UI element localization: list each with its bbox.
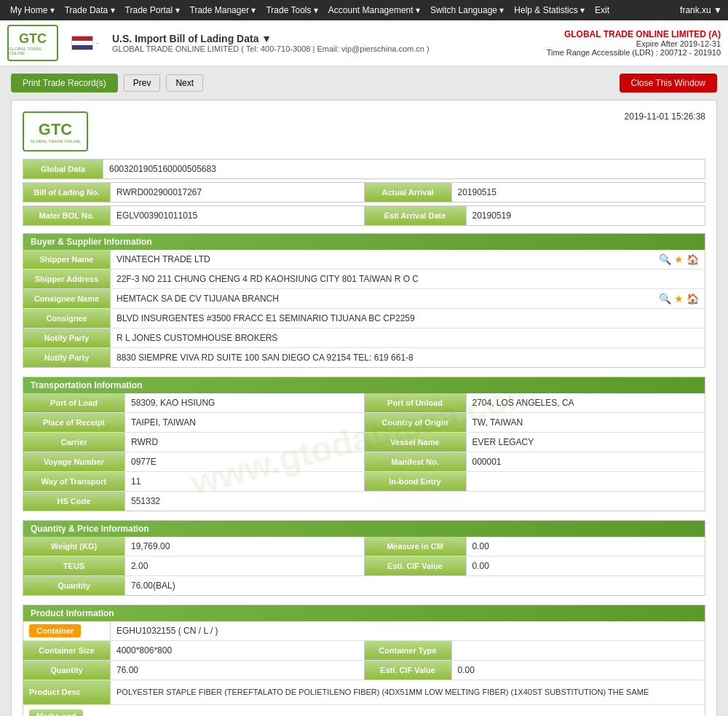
transport-label: Way of Transport bbox=[23, 472, 125, 491]
teus-label: TEUS bbox=[23, 556, 125, 575]
nav-tradeportal[interactable]: Trade Portal ▾ bbox=[121, 2, 184, 18]
weight-value: 19,769.00 bbox=[125, 537, 364, 556]
nav-tradedata[interactable]: Trade Data ▾ bbox=[60, 2, 119, 18]
country-origin-value: TW, TAIWAN bbox=[467, 413, 705, 432]
product-section: Product Information Container EGHU103215… bbox=[23, 605, 705, 716]
top-navigation: My Home ▾ Trade Data ▾ Trade Portal ▾ Tr… bbox=[0, 0, 728, 20]
flag-separator: - bbox=[96, 38, 99, 48]
qty2-row: Quantity 76.00 Esti. CIF Value 0.00 bbox=[23, 661, 705, 680]
shipper-name-value: VINATECH TRADE LTD 🔍 ★ 🏠 bbox=[111, 250, 705, 269]
global-data-row: Global Data 6003201905160000505683 bbox=[23, 159, 705, 179]
carrier-label: Carrier bbox=[23, 433, 125, 452]
consignee-name-row: Consignee Name HEMTACK SA DE CV TIJUANA … bbox=[23, 289, 705, 309]
container-row: Container EGHU1032155 ( CN / L / ) bbox=[23, 621, 705, 641]
qty-row: Quantity 76.00(BAL) bbox=[23, 576, 705, 595]
doc-logo-sub: GLOBAL TRADE ONLINE bbox=[30, 139, 81, 143]
consignee-name-label: Consignee Name bbox=[23, 289, 111, 308]
container-size-row: Container Size 4000*806*800 Container Ty… bbox=[23, 641, 705, 661]
nav-exit[interactable]: Exit bbox=[590, 2, 614, 18]
transport-half: Way of Transport 11 bbox=[23, 472, 365, 491]
port-unload-half: Port of Unload 2704, LOS ANGELES, CA bbox=[365, 393, 705, 412]
qty-section-header: Quantity & Price Information bbox=[23, 521, 705, 537]
close-button-top[interactable]: Close This Window bbox=[620, 74, 717, 93]
container-type-label: Container Type bbox=[365, 641, 452, 660]
inbond-half: In-bond Entry bbox=[365, 472, 705, 491]
transport-section-header: Transportation Information bbox=[23, 377, 705, 393]
teus-value: 2.00 bbox=[125, 556, 364, 575]
qty2-label: Quantity bbox=[23, 661, 111, 680]
print-button-top[interactable]: Print Trade Record(s) bbox=[11, 74, 118, 93]
consignee-star-icon[interactable]: ★ bbox=[674, 293, 684, 304]
actual-arrival-value: 20190515 bbox=[452, 183, 705, 202]
site-title[interactable]: U.S. Import Bill of Lading Data ▼ bbox=[112, 33, 430, 44]
bol-label: Bill of Lading No. bbox=[23, 183, 111, 202]
esti-arrival-half: Esti Arrival Date 20190519 bbox=[365, 206, 705, 225]
prev-button-top[interactable]: Prev bbox=[124, 74, 161, 92]
country-origin-half: Country of Origin TW, TAIWAN bbox=[365, 413, 705, 432]
transport-value: 11 bbox=[125, 472, 364, 491]
flag-area: - bbox=[71, 36, 99, 50]
place-receipt-label: Place of Receipt bbox=[23, 413, 125, 432]
vessel-value: EVER LEGACY bbox=[467, 433, 705, 452]
product-desc-value: POLYESTER STAPLE FIBER (TEREFTALATO DE P… bbox=[111, 680, 705, 704]
next-button-top[interactable]: Next bbox=[166, 74, 203, 92]
username[interactable]: frank.xu ▼ bbox=[680, 5, 722, 15]
container-size-value: 4000*806*800 bbox=[111, 641, 364, 660]
manifest-half: Manifest No. 000001 bbox=[365, 452, 705, 471]
nav-help[interactable]: Help & Statistics ▾ bbox=[510, 2, 589, 18]
qty-value: 76.00(BAL) bbox=[125, 576, 705, 595]
shipper-addr-value: 22F-3 NO 211 CHUNG CHENG 4 RD KAOHSIUNG … bbox=[111, 270, 705, 288]
shipper-search-icon[interactable]: 🔍 bbox=[659, 253, 671, 265]
buyer-section: Buyer & Supplier Information Shipper Nam… bbox=[23, 233, 705, 368]
top-print-bar: Print Trade Record(s) Prev Next Close Th… bbox=[11, 74, 717, 93]
qty-section: Quantity & Price Information Weight (KG)… bbox=[23, 520, 705, 596]
consignee-search-icon[interactable]: 🔍 bbox=[659, 293, 671, 304]
measure-half: Measure in CM 0.00 bbox=[365, 537, 705, 556]
buyer-section-header: Buyer & Supplier Information bbox=[23, 234, 705, 250]
esti-arrival-value: 20190519 bbox=[467, 206, 705, 225]
carrier-value: RWRD bbox=[125, 433, 364, 452]
port-row: Port of Load 58309, KAO HSIUNG Port of U… bbox=[23, 393, 705, 413]
weight-half: Weight (KG) 19,769.00 bbox=[23, 537, 365, 556]
bol-value: RWRD002900017267 bbox=[111, 183, 364, 202]
container-type-value bbox=[452, 641, 705, 660]
logo-area: GTC GLOBAL TRADE ONLINE - U.S. Import Bi… bbox=[7, 25, 430, 61]
place-receipt-value: TAIPEI, TAIWAN bbox=[125, 413, 364, 432]
header-right: GLOBAL TRADE ONLINE LIMITED (A) Expire A… bbox=[547, 29, 721, 57]
voyage-label: Voyage Number bbox=[23, 452, 125, 471]
shipper-addr-row: Shipper Address 22F-3 NO 211 CHUNG CHENG… bbox=[23, 270, 705, 289]
notify1-label: Notify Party bbox=[23, 329, 111, 347]
notify2-label: Notify Party bbox=[23, 348, 111, 367]
site-info: U.S. Import Bill of Lading Data ▼ GLOBAL… bbox=[112, 33, 430, 53]
nav-language[interactable]: Switch Language ▾ bbox=[426, 2, 508, 18]
nav-trademanager[interactable]: Trade Manager ▾ bbox=[186, 2, 261, 18]
nav-myhome[interactable]: My Home ▾ bbox=[6, 2, 59, 18]
nav-tradetools[interactable]: Trade Tools ▾ bbox=[261, 2, 322, 18]
notify2-row: Notify Party 8830 SIEMPRE VIVA RD SUITE … bbox=[23, 348, 705, 367]
esti-cif2-value: 0.00 bbox=[452, 661, 705, 680]
shipper-home-icon[interactable]: 🏠 bbox=[687, 253, 699, 265]
transport-row: Way of Transport 11 In-bond Entry bbox=[23, 472, 705, 492]
product-section-header: Product Information bbox=[23, 605, 705, 621]
nav-account[interactable]: Account Management ▾ bbox=[324, 2, 424, 18]
hscode-row: HS Code 551332 bbox=[23, 492, 705, 511]
shipper-name-label: Shipper Name bbox=[23, 250, 111, 269]
shipper-star-icon[interactable]: ★ bbox=[674, 253, 684, 265]
manifest-value: 000001 bbox=[467, 452, 705, 471]
qty-label: Quantity bbox=[23, 576, 125, 595]
carrier-half: Carrier RWRD bbox=[23, 433, 365, 452]
consignee-home-icon[interactable]: 🏠 bbox=[687, 293, 699, 304]
global-data-value: 6003201905160000505683 bbox=[103, 160, 705, 178]
mater-bol-label: Mater BOL No. bbox=[23, 206, 111, 225]
bol-half: Bill of Lading No. RWRD002900017267 bbox=[23, 183, 365, 202]
carrier-row: Carrier RWRD Vessel Name EVER LEGACY bbox=[23, 433, 705, 452]
teus-half: TEUS 2.00 bbox=[23, 556, 365, 575]
esti-cif-label: Esti. CIF Value bbox=[365, 556, 467, 575]
container-size-label: Container Size bbox=[23, 641, 111, 660]
hscode-label: HS Code bbox=[23, 492, 125, 511]
weight-label: Weight (KG) bbox=[23, 537, 125, 556]
qty2-value: 76.00 bbox=[111, 661, 364, 680]
doc-logo-box: GTC GLOBAL TRADE ONLINE bbox=[23, 111, 88, 152]
bol-row: Bill of Lading No. RWRD002900017267 Actu… bbox=[23, 182, 705, 202]
manifest-label: Manifest No. bbox=[365, 452, 467, 471]
